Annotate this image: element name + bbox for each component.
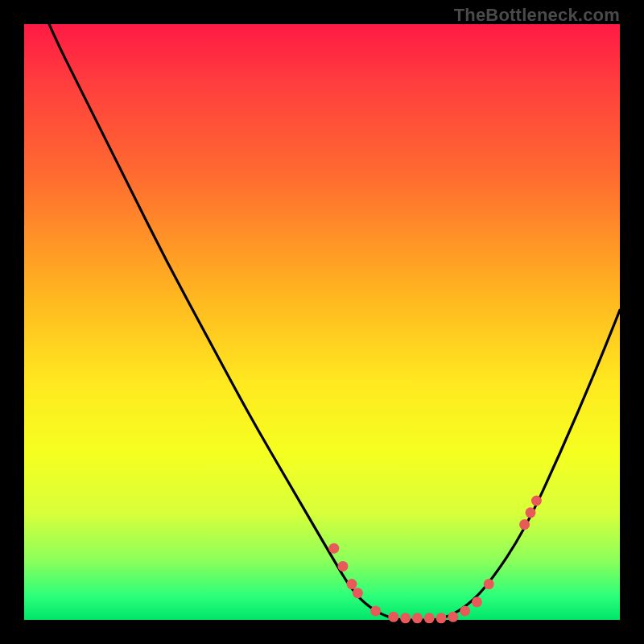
highlight-dot: [436, 613, 447, 623]
chart-frame: TheBottleneck.com: [0, 0, 644, 644]
watermark-text: TheBottleneck.com: [454, 5, 620, 26]
highlight-dot: [448, 612, 458, 622]
chart-plot-area: [24, 24, 620, 620]
highlight-dot: [519, 519, 530, 530]
bottleneck-curve: [24, 0, 620, 620]
highlight-dot: [526, 507, 536, 518]
highlight-dot: [400, 613, 411, 623]
highlight-dot: [388, 612, 398, 622]
highlight-dot: [531, 496, 542, 506]
highlight-dot: [412, 613, 423, 623]
highlight-dots-group: [328, 496, 542, 624]
highlight-dot: [370, 605, 381, 616]
highlight-dot: [337, 561, 348, 572]
chart-svg: [24, 24, 620, 620]
highlight-dot: [353, 588, 363, 598]
highlight-dot: [328, 543, 339, 554]
highlight-dot: [484, 579, 494, 589]
highlight-dot: [472, 597, 482, 607]
highlight-dot: [424, 613, 435, 623]
highlight-dot: [347, 579, 357, 589]
highlight-dot: [460, 605, 470, 616]
